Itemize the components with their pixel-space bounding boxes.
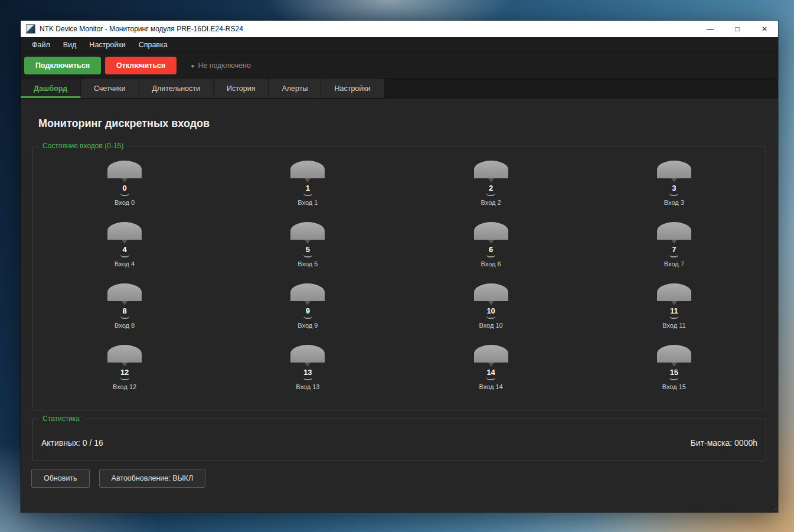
gauge-tick-icon — [486, 193, 495, 196]
gauge-tick-icon — [669, 193, 678, 196]
input-number: 8 — [123, 306, 127, 315]
status-bar: .: — [21, 502, 778, 513]
input-number: 1 — [306, 184, 310, 192]
input-indicator-8: 8Вход 8 — [33, 283, 216, 345]
input-number: 15 — [670, 368, 678, 377]
input-number: 7 — [672, 245, 676, 254]
input-indicator-11: 11Вход 11 — [583, 283, 766, 345]
input-indicator-6: 6Вход 6 — [400, 222, 583, 283]
input-label: Вход 11 — [662, 322, 685, 329]
gauge-dome-icon — [107, 161, 142, 178]
input-label: Вход 5 — [298, 260, 318, 267]
gauge-tick-icon — [120, 377, 129, 380]
input-indicator-3: 3Вход 3 — [583, 161, 766, 222]
gauge-dome-icon — [474, 283, 508, 301]
input-label: Вход 15 — [662, 383, 686, 390]
autorefresh-toggle-button[interactable]: Автообновление: ВЫКЛ — [99, 469, 205, 488]
gauge-dome-icon — [657, 161, 691, 178]
input-number: 0 — [123, 184, 127, 192]
status-dot-icon: ● — [191, 63, 194, 69]
gauge-dome-icon — [107, 345, 142, 363]
desktop-wallpaper: NTK Device Monitor - Мониторинг модуля P… — [0, 0, 794, 532]
connection-status-text: Не подключено — [198, 61, 251, 70]
refresh-button[interactable]: Обновить — [31, 469, 90, 488]
menu-item-file[interactable]: Файл — [25, 38, 57, 52]
tab-dashboard[interactable]: Дашборд — [21, 79, 81, 98]
gauge-tick-icon — [303, 316, 312, 319]
input-label: Вход 4 — [115, 260, 135, 267]
window-controls: — □ ✕ — [697, 21, 778, 37]
resize-grip[interactable]: .: — [774, 505, 776, 511]
tab-bar: ДашбордСчетчикиДлительностиИсторияАлерты… — [21, 79, 778, 99]
input-indicator-4: 4Вход 4 — [33, 222, 216, 283]
input-number: 13 — [303, 368, 312, 377]
menu-item-settings[interactable]: Настройки — [83, 38, 132, 52]
gauge-tick-icon — [120, 316, 129, 319]
toolbar: Подключиться Отключиться ● Не подключено — [21, 53, 778, 79]
gauge-tick-icon — [486, 254, 495, 257]
input-number: 2 — [489, 184, 493, 192]
tab-history[interactable]: История — [214, 79, 269, 98]
inputs-group-title: Состояние входов (0-15) — [39, 142, 127, 150]
input-indicator-10: 10Вход 10 — [400, 283, 583, 345]
dashboard-content: Мониторинг дискретных входов Состояние в… — [21, 99, 778, 502]
input-label: Вход 3 — [664, 199, 684, 206]
stats-group-title: Статистика — [39, 414, 83, 423]
connect-button[interactable]: Подключиться — [24, 57, 101, 74]
input-label: Вход 12 — [113, 383, 136, 390]
minimize-button[interactable]: — — [697, 21, 724, 37]
input-indicator-2: 2Вход 2 — [400, 161, 583, 222]
input-label: Вход 9 — [298, 322, 318, 329]
input-label: Вход 1 — [298, 199, 318, 206]
gauge-dome-icon — [290, 222, 325, 240]
stats-groupbox: Статистика Активных: 0 / 16 Бит-маска: 0… — [32, 419, 766, 461]
gauge-tick-icon — [669, 254, 678, 257]
input-number: 11 — [670, 306, 678, 315]
connection-status: ● Не подключено — [191, 61, 251, 70]
input-number: 3 — [672, 184, 676, 192]
gauge-tick-icon — [120, 254, 129, 257]
gauge-dome-icon — [657, 345, 691, 363]
gauge-dome-icon — [290, 161, 325, 178]
title-bar[interactable]: NTK Device Monitor - Мониторинг модуля P… — [21, 21, 778, 37]
input-label: Вход 8 — [115, 322, 135, 329]
gauge-tick-icon — [669, 316, 678, 319]
page-title: Мониторинг дискретных входов — [38, 118, 766, 130]
input-label: Вход 6 — [481, 260, 501, 267]
gauge-dome-icon — [474, 222, 508, 240]
input-indicator-9: 9Вход 9 — [216, 283, 399, 345]
disconnect-button[interactable]: Отключиться — [105, 57, 177, 74]
actions-row: Обновить Автообновление: ВЫКЛ — [31, 469, 766, 488]
gauge-dome-icon — [290, 345, 325, 363]
gauge-tick-icon — [486, 377, 495, 380]
menu-item-view[interactable]: Вид — [57, 38, 83, 52]
input-number: 14 — [486, 368, 495, 377]
menu-bar: ФайлВидНастройкиСправка — [21, 37, 778, 53]
input-label: Вход 14 — [479, 383, 503, 390]
maximize-button[interactable]: □ — [724, 21, 751, 37]
input-indicator-1: 1Вход 1 — [216, 161, 399, 222]
input-label: Вход 10 — [479, 322, 503, 329]
gauge-dome-icon — [474, 345, 508, 363]
gauge-tick-icon — [303, 254, 312, 257]
close-button[interactable]: ✕ — [751, 21, 778, 37]
bitmask-text: Бит-маска: 0000h — [691, 438, 757, 448]
menu-item-help[interactable]: Справка — [132, 38, 174, 52]
gauge-dome-icon — [107, 283, 142, 301]
tab-durations[interactable]: Длительности — [139, 79, 214, 98]
input-indicator-14: 14Вход 14 — [400, 345, 583, 406]
gauge-dome-icon — [657, 222, 691, 240]
input-label: Вход 7 — [664, 260, 684, 267]
input-number: 6 — [489, 245, 493, 254]
input-indicator-7: 7Вход 7 — [583, 222, 766, 283]
input-number: 4 — [123, 245, 127, 254]
inputs-grid: 0Вход 01Вход 12Вход 23Вход 34Вход 45Вход… — [33, 146, 766, 406]
input-indicator-15: 15Вход 15 — [583, 345, 766, 406]
tab-counters[interactable]: Счетчики — [81, 79, 139, 98]
tab-settings[interactable]: Настройки — [321, 79, 384, 98]
gauge-tick-icon — [120, 193, 129, 196]
input-label: Вход 0 — [115, 199, 135, 206]
input-indicator-0: 0Вход 0 — [33, 161, 216, 222]
tab-alerts[interactable]: Алерты — [269, 79, 321, 98]
gauge-tick-icon — [303, 193, 312, 196]
